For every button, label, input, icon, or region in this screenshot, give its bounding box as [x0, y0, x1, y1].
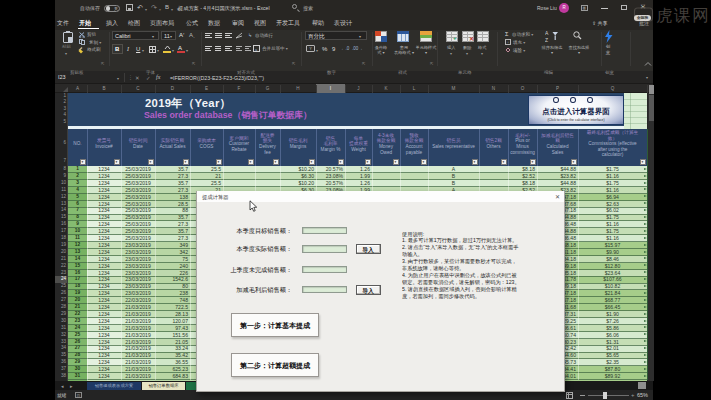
svg-text:A: A — [545, 30, 549, 36]
svg-text:Z: Z — [545, 37, 548, 43]
